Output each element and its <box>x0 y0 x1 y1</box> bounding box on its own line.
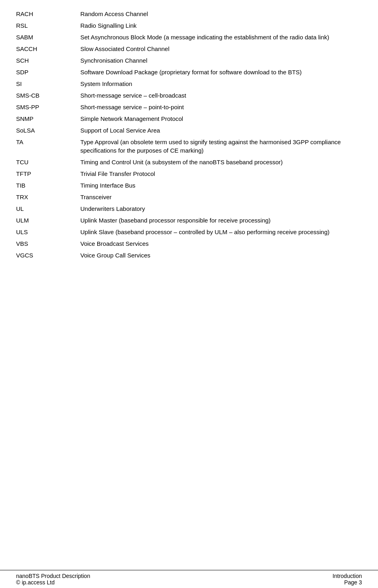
glossary-definition: Type Approval (an obsolete term used to … <box>80 136 362 156</box>
glossary-definition: Slow Associated Control Channel <box>80 43 362 55</box>
glossary-row: TCUTiming and Control Unit (a subsystem … <box>16 156 362 168</box>
glossary-acronym: UL <box>16 203 80 214</box>
glossary-definition: Transceiver <box>80 191 362 203</box>
glossary-acronym: SCH <box>16 55 80 66</box>
glossary-acronym: RACH <box>16 8 80 20</box>
glossary-definition: System Information <box>80 78 362 90</box>
glossary-row: ULMUplink Master (baseband processor res… <box>16 214 362 226</box>
glossary-acronym: VBS <box>16 238 80 249</box>
glossary-row: ULSUplink Slave (baseband processor – co… <box>16 226 362 238</box>
glossary-definition: Voice Group Call Services <box>80 249 362 261</box>
glossary-acronym: SACCH <box>16 43 80 55</box>
glossary-acronym: RSL <box>16 20 80 31</box>
glossary-definition: Set Asynchronous Block Mode (a message i… <box>80 31 362 43</box>
glossary-definition: Radio Signalling Link <box>80 20 362 31</box>
glossary-row: SCHSynchronisation Channel <box>16 55 362 66</box>
glossary-row: SMS-PPShort-message service – point-to-p… <box>16 101 362 113</box>
glossary-definition: Voice Broadcast Services <box>80 238 362 249</box>
glossary-acronym: SoLSA <box>16 125 80 136</box>
glossary-row: TIBTiming Interface Bus <box>16 180 362 191</box>
glossary-acronym: ULS <box>16 226 80 238</box>
glossary-acronym: TFTP <box>16 168 80 180</box>
glossary-row: TAType Approval (an obsolete term used t… <box>16 136 362 156</box>
glossary-row: VBSVoice Broadcast Services <box>16 238 362 249</box>
footer-product-name: nanoBTS Product Description <box>16 573 90 579</box>
glossary-acronym: SABM <box>16 31 80 43</box>
footer-page: Page 3 <box>333 579 362 586</box>
glossary-definition: Uplink Slave (baseband processor – contr… <box>80 226 362 238</box>
glossary-row: SDPSoftware Download Package (proprietar… <box>16 66 362 78</box>
glossary-row: ULUnderwriters Laboratory <box>16 203 362 214</box>
glossary-acronym: SDP <box>16 66 80 78</box>
glossary-definition: Short-message service – point-to-point <box>80 101 362 113</box>
glossary-row: RACHRandom Access Channel <box>16 8 362 20</box>
glossary-row: SABMSet Asynchronous Block Mode (a messa… <box>16 31 362 43</box>
footer-section: Introduction <box>333 573 362 579</box>
glossary-acronym: SNMP <box>16 113 80 125</box>
glossary-acronym: SI <box>16 78 80 90</box>
glossary-row: VGCSVoice Group Call Services <box>16 249 362 261</box>
glossary-acronym: VGCS <box>16 249 80 261</box>
glossary-acronym: TIB <box>16 180 80 191</box>
glossary-row: TFTPTrivial File Transfer Protocol <box>16 168 362 180</box>
glossary-definition: Synchronisation Channel <box>80 55 362 66</box>
glossary-row: RSLRadio Signalling Link <box>16 20 362 31</box>
glossary-row: SISystem Information <box>16 78 362 90</box>
footer-company: © ip.access Ltd <box>16 579 90 586</box>
glossary-row: SNMPSimple Network Management Protocol <box>16 113 362 125</box>
glossary-acronym: SMS-CB <box>16 90 80 101</box>
glossary-table: RACHRandom Access ChannelRSLRadio Signal… <box>16 8 362 261</box>
glossary-acronym: SMS-PP <box>16 101 80 113</box>
glossary-definition: Underwriters Laboratory <box>80 203 362 214</box>
glossary-acronym: TA <box>16 136 80 156</box>
glossary-row: SACCHSlow Associated Control Channel <box>16 43 362 55</box>
glossary-definition: Simple Network Management Protocol <box>80 113 362 125</box>
main-content: RACHRandom Access ChannelRSLRadio Signal… <box>0 0 378 293</box>
glossary-definition: Short-message service – cell-broadcast <box>80 90 362 101</box>
glossary-row: SMS-CBShort-message service – cell-broad… <box>16 90 362 101</box>
glossary-row: TRXTransceiver <box>16 191 362 203</box>
glossary-definition: Trivial File Transfer Protocol <box>80 168 362 180</box>
glossary-definition: Random Access Channel <box>80 8 362 20</box>
glossary-definition: Support of Local Service Area <box>80 125 362 136</box>
footer-left: nanoBTS Product Description © ip.access … <box>16 573 90 586</box>
footer: nanoBTS Product Description © ip.access … <box>0 570 378 588</box>
glossary-acronym: TCU <box>16 156 80 168</box>
glossary-definition: Timing Interface Bus <box>80 180 362 191</box>
glossary-definition: Uplink Master (baseband processor respon… <box>80 214 362 226</box>
glossary-definition: Timing and Control Unit (a subsystem of … <box>80 156 362 168</box>
glossary-acronym: TRX <box>16 191 80 203</box>
glossary-row: SoLSASupport of Local Service Area <box>16 125 362 136</box>
footer-right: Introduction Page 3 <box>333 573 362 586</box>
glossary-definition: Software Download Package (proprietary f… <box>80 66 362 78</box>
glossary-acronym: ULM <box>16 214 80 226</box>
